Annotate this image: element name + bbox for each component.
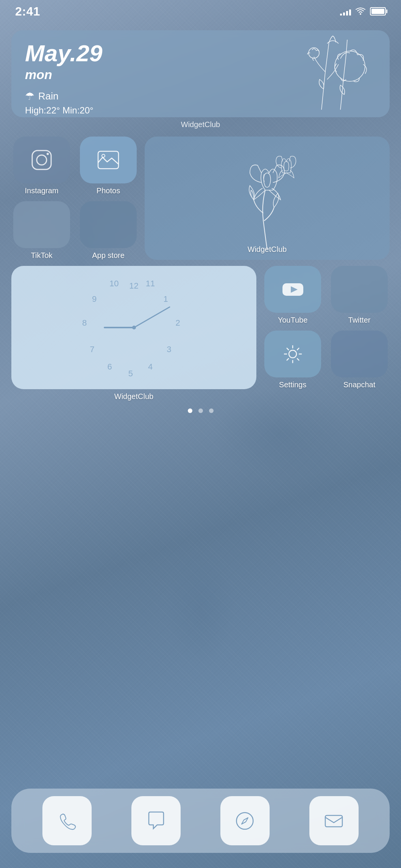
instagram-label: Instagram xyxy=(25,186,59,195)
clock-12: 12 xyxy=(129,281,138,291)
widgetclub-app-1[interactable]: WidgetClub xyxy=(145,137,390,260)
youtube-icon[interactable] xyxy=(264,266,321,313)
status-bar: 2:41 xyxy=(0,0,401,23)
svg-point-2 xyxy=(335,51,365,81)
clock-8: 8 xyxy=(82,318,87,328)
svg-point-1 xyxy=(309,48,319,58)
snapchat-icon[interactable] xyxy=(331,331,388,377)
appstore-icon[interactable] xyxy=(80,201,137,248)
svg-point-5 xyxy=(47,153,49,155)
clock-3: 3 xyxy=(167,345,171,354)
signal-bar-4 xyxy=(349,9,351,16)
snapchat-label: Snapchat xyxy=(343,380,376,389)
appstore-label: App store xyxy=(92,251,125,260)
page-dot-3[interactable] xyxy=(209,408,214,413)
clock-6: 6 xyxy=(108,362,112,372)
svg-rect-11 xyxy=(325,815,342,827)
settings-app[interactable]: Settings xyxy=(262,331,323,389)
svg-rect-6 xyxy=(98,151,119,169)
clock-face: 12 1 2 3 4 5 6 7 8 9 10 11 xyxy=(79,273,189,382)
phone-dock-icon[interactable] xyxy=(42,796,92,845)
messages-dock-icon[interactable] xyxy=(131,796,181,845)
battery-icon xyxy=(370,7,386,16)
clock-9: 9 xyxy=(92,294,97,304)
instagram-icon[interactable] xyxy=(13,137,70,183)
signal-bar-1 xyxy=(340,14,342,16)
signal-icon xyxy=(340,7,351,16)
svg-point-4 xyxy=(37,155,47,165)
rose-decoration xyxy=(145,137,390,255)
svg-point-10 xyxy=(237,812,253,829)
page-dot-1[interactable] xyxy=(188,408,192,413)
svg-point-0 xyxy=(360,13,361,15)
appstore-app[interactable]: App store xyxy=(78,201,139,260)
mail-dock-icon[interactable] xyxy=(309,796,359,845)
twitter-app[interactable]: Twitter xyxy=(329,266,390,325)
status-icons xyxy=(340,7,386,16)
youtube-label: YouTube xyxy=(278,316,308,325)
umbrella-icon: ☂ xyxy=(25,89,34,104)
tiktok-label: TikTok xyxy=(31,251,52,260)
home-screen: May.29 mon ☂ Rain High:22° Min:20° xyxy=(0,23,401,868)
clock-2: 2 xyxy=(175,318,180,328)
row-2-labels: WidgetClub xyxy=(11,392,390,401)
weather-widget[interactable]: May.29 mon ☂ Rain High:22° Min:20° xyxy=(11,30,390,117)
twitter-icon[interactable] xyxy=(331,266,388,313)
clock-1: 1 xyxy=(163,294,168,304)
page-dot-2[interactable] xyxy=(198,408,203,413)
flower-decoration xyxy=(291,34,386,113)
clock-4: 4 xyxy=(148,362,153,372)
signal-bar-2 xyxy=(343,12,345,16)
safari-dock-icon[interactable] xyxy=(220,796,270,845)
messages-icon xyxy=(146,811,167,831)
weather-widget-label: WidgetClub xyxy=(11,120,390,129)
safari-icon xyxy=(234,811,255,831)
weather-condition-text: Rain xyxy=(38,89,58,103)
app-row-1: Instagram Photos xyxy=(11,137,390,260)
svg-point-9 xyxy=(289,350,296,358)
clock-widget-label: WidgetClub xyxy=(114,392,153,401)
hour-hand xyxy=(104,327,134,328)
youtube-app[interactable]: YouTube xyxy=(262,266,323,325)
page-dots xyxy=(11,408,390,413)
photos-app[interactable]: Photos xyxy=(78,137,139,195)
wifi-icon xyxy=(356,8,365,15)
clock-11: 11 xyxy=(146,279,155,289)
mail-icon xyxy=(323,811,344,831)
clock-widget[interactable]: 12 1 2 3 4 5 6 7 8 9 10 11 xyxy=(11,266,256,389)
photos-label: Photos xyxy=(97,186,120,195)
battery-fill xyxy=(371,9,384,14)
svg-point-7 xyxy=(102,154,105,157)
widgetclub-label-1: WidgetClub xyxy=(145,245,390,254)
settings-label: Settings xyxy=(279,380,306,389)
phone-icon xyxy=(57,811,78,831)
clock-10: 10 xyxy=(109,279,119,289)
clock-5: 5 xyxy=(128,369,133,379)
clock-center xyxy=(132,326,136,329)
clock-7: 7 xyxy=(90,345,94,354)
snapchat-app[interactable]: Snapchat xyxy=(329,331,390,389)
minute-hand xyxy=(134,306,170,328)
instagram-app[interactable]: Instagram xyxy=(11,137,72,195)
status-time: 2:41 xyxy=(15,5,40,19)
signal-bar-3 xyxy=(346,11,348,16)
twitter-label: Twitter xyxy=(348,316,371,325)
dock xyxy=(11,789,390,853)
photos-icon[interactable] xyxy=(80,137,137,183)
tiktok-app[interactable]: TikTok xyxy=(11,201,72,260)
app-row-2: 12 1 2 3 4 5 6 7 8 9 10 11 xyxy=(11,266,390,389)
tiktok-icon[interactable] xyxy=(13,201,70,248)
settings-icon[interactable] xyxy=(264,331,321,377)
